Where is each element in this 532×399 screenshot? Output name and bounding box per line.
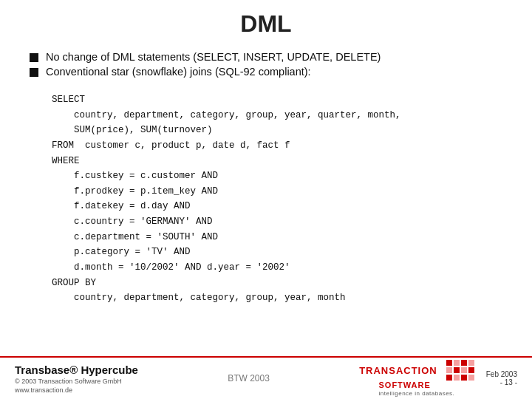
bullet-item-1: No change of DML statements (SELECT, INS… — [30, 51, 502, 63]
logo-box: TRANSACTION — [359, 360, 474, 397]
footer-right: TRANSACTION — [359, 360, 517, 397]
footer-copyright-line2: www.transaction.de — [15, 386, 138, 394]
page: DML No change of DML statements (SELECT,… — [0, 0, 532, 399]
ts-logo-grid — [446, 360, 474, 381]
ts-logo-bottom: SOFTWARE intelligence in databases. — [379, 381, 455, 397]
code-block: SELECT country, department, category, gr… — [30, 88, 502, 310]
grid-cell — [446, 375, 452, 381]
footer-brand: Transbase® Hypercube — [15, 364, 138, 376]
grid-cell — [461, 375, 467, 381]
grid-cell — [446, 367, 452, 373]
ts-logo-text: TRANSACTION — [359, 365, 437, 376]
footer-center: BTW 2003 — [138, 373, 359, 383]
footer-page: - 13 - — [486, 378, 517, 386]
bullet-text-1: No change of DML statements (SELECT, INS… — [46, 51, 381, 63]
footer: Transbase® Hypercube © 2003 Transaction … — [0, 356, 532, 399]
grid-cell — [454, 360, 460, 366]
footer-date: Feb 2003 — [486, 370, 517, 378]
bullet-item-2: Conventional star (snowflake) joins (SQL… — [30, 66, 502, 78]
grid-cell — [454, 367, 460, 373]
bullet-text-2: Conventional star (snowflake) joins (SQL… — [46, 66, 311, 78]
footer-left: Transbase® Hypercube © 2003 Transaction … — [15, 364, 138, 394]
bullet-list: No change of DML statements (SELECT, INS… — [30, 51, 502, 78]
grid-cell — [461, 360, 467, 366]
bullet-icon-2 — [30, 68, 38, 77]
grid-cell — [468, 360, 474, 366]
footer-date-block: Feb 2003 - 13 - — [486, 370, 517, 386]
grid-cell — [468, 375, 474, 381]
grid-cell — [468, 367, 474, 373]
ts-logo-top: TRANSACTION — [359, 360, 474, 381]
main-content: DML No change of DML statements (SELECT,… — [0, 0, 532, 356]
ts-software-text: SOFTWARE — [379, 381, 431, 389]
ts-tagline: intelligence in databases. — [379, 390, 455, 397]
footer-copyright-line1: © 2003 Transaction Software GmbH — [15, 378, 138, 385]
page-title: DML — [30, 10, 502, 38]
grid-cell — [454, 375, 460, 381]
footer-btw: BTW 2003 — [228, 373, 270, 383]
grid-cell — [461, 367, 467, 373]
bullet-icon-1 — [30, 53, 38, 62]
grid-cell — [446, 360, 452, 366]
